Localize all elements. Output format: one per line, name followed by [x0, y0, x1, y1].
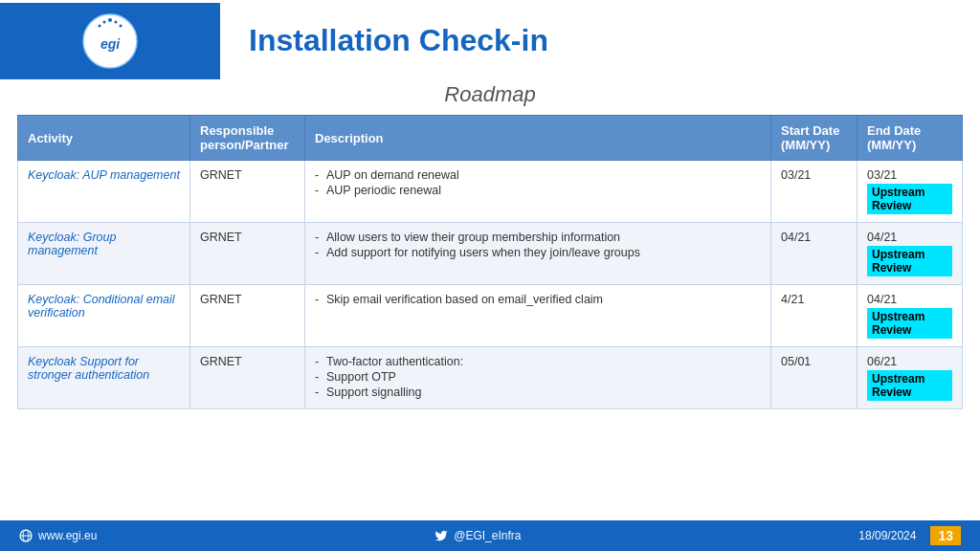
description-item: Skip email verification based on email_v… — [315, 293, 761, 306]
description-item: Add support for notifying users when the… — [315, 246, 761, 259]
upstream-badge: Upstream Review — [867, 370, 952, 401]
twitter-icon — [434, 529, 448, 542]
table-row: Keycloak: Conditional email verification… — [18, 285, 963, 347]
svg-point-5 — [120, 24, 122, 27]
description-cell: Skip email verification based on email_v… — [305, 285, 771, 347]
svg-point-4 — [99, 24, 101, 27]
svg-point-2 — [103, 20, 106, 23]
col-responsible: Responsible person/Partner — [190, 116, 305, 161]
startdate-cell: 03/21 — [771, 161, 858, 223]
enddate-cell: 03/21Upstream Review — [858, 161, 963, 223]
description-item: Allow users to view their group membersh… — [315, 231, 761, 244]
header: egi Installation Check-in — [0, 0, 980, 77]
enddate-top: 03/21 — [867, 168, 952, 182]
startdate-cell: 4/21 — [771, 285, 858, 347]
activity-cell: Keycloak Support for stronger authentica… — [18, 347, 190, 409]
logo-area: egi — [0, 3, 220, 79]
table-row: Keycloak: Group managementGRNETAllow use… — [18, 223, 963, 285]
footer-twitter: @EGI_eInfra — [454, 529, 521, 542]
responsible-cell: GRNET — [190, 223, 305, 285]
col-startdate: Start Date (MM/YY) — [771, 116, 858, 161]
subtitle-area: Roadmap — [0, 77, 980, 115]
footer-right: 18/09/2024 13 — [858, 526, 961, 545]
table-container: Activity Responsible person/Partner Desc… — [0, 115, 980, 409]
enddate-cell: 04/21Upstream Review — [858, 223, 963, 285]
svg-point-3 — [115, 20, 118, 23]
table-row: Keycloak Support for stronger authentica… — [18, 347, 963, 409]
description-cell: Two-factor authentication:Support OTPSup… — [305, 347, 771, 409]
description-item: Support signalling — [315, 386, 761, 399]
header-title-area: Installation Check-in — [220, 23, 961, 58]
roadmap-table: Activity Responsible person/Partner Desc… — [17, 115, 963, 409]
description-item: AUP on demand renewal — [315, 168, 761, 182]
footer-left: www.egi.eu — [19, 529, 97, 542]
upstream-badge: Upstream Review — [867, 308, 952, 339]
activity-cell: Keycloak: Conditional email verification — [18, 285, 190, 347]
description-item: AUP periodic renewal — [315, 184, 761, 197]
responsible-cell: GRNET — [190, 161, 305, 223]
col-enddate: End Date (MM/YY) — [858, 116, 963, 161]
description-item: Support OTP — [315, 370, 761, 384]
enddate-top: 04/21 — [867, 231, 952, 244]
activity-cell: Keycloak: Group management — [18, 223, 190, 285]
footer-date: 18/09/2024 — [858, 529, 916, 542]
table-row: Keycloak: AUP managementGRNETAUP on dema… — [18, 161, 963, 223]
globe-icon — [19, 529, 33, 542]
col-description: Description — [305, 116, 771, 161]
svg-text:egi: egi — [100, 36, 121, 52]
table-header-row: Activity Responsible person/Partner Desc… — [18, 116, 963, 161]
footer: www.egi.eu @EGI_eInfra 18/09/2024 13 — [0, 520, 980, 551]
startdate-cell: 04/21 — [771, 223, 858, 285]
enddate-cell: 04/21Upstream Review — [858, 285, 963, 347]
footer-website: www.egi.eu — [38, 529, 97, 542]
upstream-badge: Upstream Review — [867, 184, 952, 214]
description-cell: Allow users to view their group membersh… — [305, 223, 771, 285]
col-activity: Activity — [18, 116, 190, 161]
page-number: 13 — [930, 526, 961, 545]
footer-center: @EGI_eInfra — [434, 529, 521, 542]
svg-point-1 — [108, 18, 112, 22]
enddate-top: 06/21 — [867, 355, 952, 368]
description-cell: AUP on demand renewalAUP periodic renewa… — [305, 161, 771, 223]
description-item: Two-factor authentication: — [315, 355, 761, 368]
egi-logo-icon: egi — [81, 12, 139, 70]
activity-cell: Keycloak: AUP management — [18, 161, 190, 223]
responsible-cell: GRNET — [190, 347, 305, 409]
startdate-cell: 05/01 — [771, 347, 858, 409]
enddate-cell: 06/21Upstream Review — [858, 347, 963, 409]
upstream-badge: Upstream Review — [867, 246, 952, 276]
responsible-cell: GRNET — [190, 285, 305, 347]
page-main-title: Installation Check-in — [249, 23, 961, 58]
subtitle: Roadmap — [444, 82, 535, 106]
enddate-top: 04/21 — [867, 293, 952, 306]
